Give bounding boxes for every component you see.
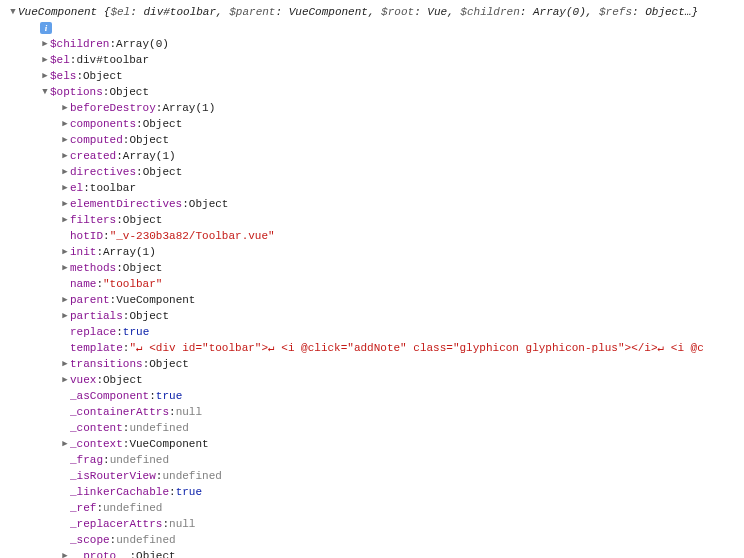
- property-row[interactable]: _content: undefined: [8, 420, 736, 436]
- property-key: _asComponent: [70, 388, 149, 404]
- property-value: true: [123, 324, 149, 340]
- property-value: Object: [103, 372, 143, 388]
- property-row[interactable]: ▶created: Array(1): [8, 148, 736, 164]
- property-key: __proto__: [70, 548, 129, 558]
- expand-arrow-icon[interactable]: ▼: [8, 4, 18, 20]
- property-value: Object: [149, 356, 189, 372]
- expand-arrow-icon[interactable]: ▶: [60, 356, 70, 372]
- property-row[interactable]: replace: true: [8, 324, 736, 340]
- property-key: replace: [70, 324, 116, 340]
- expand-arrow-icon[interactable]: ▶: [60, 308, 70, 324]
- property-key: template: [70, 340, 123, 356]
- property-row[interactable]: ▶directives: Object: [8, 164, 736, 180]
- property-value: Object: [136, 548, 176, 558]
- object-type-label: VueComponent: [18, 4, 97, 20]
- property-row[interactable]: _ref: undefined: [8, 500, 736, 516]
- property-value: Object: [143, 116, 183, 132]
- expand-arrow-icon[interactable]: ▶: [40, 52, 50, 68]
- property-row[interactable]: name: "toolbar": [8, 276, 736, 292]
- property-row[interactable]: ▶_context: VueComponent: [8, 436, 736, 452]
- property-row[interactable]: ▶$el: div#toolbar: [8, 52, 736, 68]
- property-row[interactable]: ▶$children: Array(0): [8, 36, 736, 52]
- property-key: init: [70, 244, 96, 260]
- summary-key: $children: [460, 6, 519, 18]
- property-key: $children: [50, 36, 109, 52]
- property-value: undefined: [129, 420, 188, 436]
- property-row[interactable]: ▶vuex: Object: [8, 372, 736, 388]
- property-value: undefined: [162, 468, 221, 484]
- expand-arrow-icon[interactable]: ▶: [60, 116, 70, 132]
- summary-value: Vue: [427, 6, 447, 18]
- property-row[interactable]: _replacerAttrs: null: [8, 516, 736, 532]
- property-row[interactable]: ▶parent: VueComponent: [8, 292, 736, 308]
- info-row[interactable]: i: [8, 20, 736, 36]
- property-value: VueComponent: [116, 292, 195, 308]
- collapse-arrow-icon[interactable]: ▼: [40, 84, 50, 100]
- property-row[interactable]: _frag: undefined: [8, 452, 736, 468]
- expand-arrow-icon[interactable]: ▶: [60, 244, 70, 260]
- property-value: undefined: [116, 532, 175, 548]
- property-key: parent: [70, 292, 110, 308]
- object-summary-row[interactable]: ▼ VueComponent { $el: div#toolbar, $pare…: [8, 4, 736, 20]
- property-value: "↵ <div id="toolbar">↵ <i @click="addNot…: [129, 340, 703, 356]
- expand-arrow-icon[interactable]: ▶: [60, 436, 70, 452]
- summary-key: $refs: [599, 6, 632, 18]
- property-row[interactable]: ▶components: Object: [8, 116, 736, 132]
- expand-arrow-icon[interactable]: ▶: [60, 180, 70, 196]
- property-row[interactable]: _containerAttrs: null: [8, 404, 736, 420]
- expand-arrow-icon[interactable]: ▶: [40, 68, 50, 84]
- property-key: _context: [70, 436, 123, 452]
- expand-arrow-icon[interactable]: ▶: [60, 372, 70, 388]
- property-row[interactable]: ▶transitions: Object: [8, 356, 736, 372]
- expand-arrow-icon[interactable]: ▶: [60, 548, 70, 558]
- property-key: filters: [70, 212, 116, 228]
- expand-arrow-icon[interactable]: ▶: [60, 196, 70, 212]
- property-value: Object: [123, 260, 163, 276]
- property-key: $options: [50, 84, 103, 100]
- expand-arrow-icon[interactable]: ▶: [60, 212, 70, 228]
- property-key: _frag: [70, 452, 103, 468]
- property-value: null: [169, 516, 195, 532]
- summary-key: $root: [381, 6, 414, 18]
- property-key: transitions: [70, 356, 143, 372]
- property-value: Object: [129, 132, 169, 148]
- property-value: Array(1): [162, 100, 215, 116]
- expand-arrow-icon[interactable]: ▶: [60, 292, 70, 308]
- property-row[interactable]: ▶filters: Object: [8, 212, 736, 228]
- property-key: vuex: [70, 372, 96, 388]
- property-row[interactable]: ▶beforeDestroy: Array(1): [8, 100, 736, 116]
- property-row[interactable]: hotID: "_v-230b3a82/Toolbar.vue": [8, 228, 736, 244]
- property-row[interactable]: _asComponent: true: [8, 388, 736, 404]
- expand-arrow-icon[interactable]: ▶: [60, 100, 70, 116]
- info-icon[interactable]: i: [40, 22, 52, 34]
- property-row[interactable]: _scope: undefined: [8, 532, 736, 548]
- property-row[interactable]: ▶elementDirectives: Object: [8, 196, 736, 212]
- property-row[interactable]: _linkerCachable: true: [8, 484, 736, 500]
- property-row[interactable]: ▶$els: Object: [8, 68, 736, 84]
- property-value: Object: [123, 212, 163, 228]
- expand-arrow-icon[interactable]: ▶: [60, 164, 70, 180]
- property-key: methods: [70, 260, 116, 276]
- property-value: Object: [189, 196, 229, 212]
- property-value: null: [176, 404, 202, 420]
- property-key: _ref: [70, 500, 96, 516]
- property-row[interactable]: ▶computed: Object: [8, 132, 736, 148]
- expand-arrow-icon[interactable]: ▶: [60, 148, 70, 164]
- property-row[interactable]: ▶methods: Object: [8, 260, 736, 276]
- property-row[interactable]: ▶partials: Object: [8, 308, 736, 324]
- property-value: Object: [83, 68, 123, 84]
- expand-arrow-icon[interactable]: ▶: [60, 260, 70, 276]
- expand-arrow-icon[interactable]: ▶: [60, 132, 70, 148]
- property-value: Array(1): [103, 244, 156, 260]
- property-key: _containerAttrs: [70, 404, 169, 420]
- expand-arrow-icon[interactable]: ▶: [40, 36, 50, 52]
- property-row[interactable]: ▶el: toolbar: [8, 180, 736, 196]
- property-row[interactable]: ▼$options: Object: [8, 84, 736, 100]
- property-key: computed: [70, 132, 123, 148]
- property-row[interactable]: ▶init: Array(1): [8, 244, 736, 260]
- property-value: Object: [129, 308, 169, 324]
- property-row[interactable]: _isRouterView: undefined: [8, 468, 736, 484]
- property-row[interactable]: template: "↵ <div id="toolbar">↵ <i @cli…: [8, 340, 736, 356]
- property-row[interactable]: ▶__proto__: Object: [8, 548, 736, 558]
- property-key: _content: [70, 420, 123, 436]
